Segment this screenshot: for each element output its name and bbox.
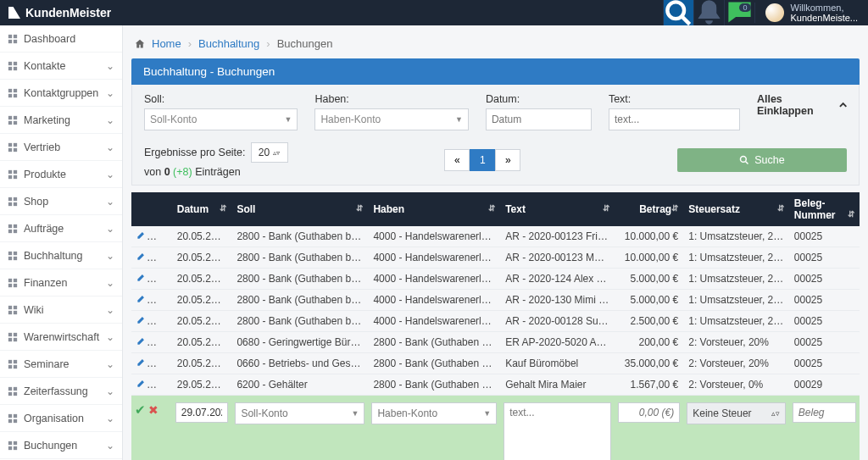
th-tax[interactable]: Steuersatz⇵ xyxy=(683,192,789,226)
sidebar-item-dashboard[interactable]: Dashboard xyxy=(0,25,122,53)
sidebar-item-label: Shop xyxy=(24,196,48,208)
table-row: 20.05.20202800 - Bank (Guthaben bei Kr..… xyxy=(131,311,860,332)
entry-soll-select[interactable]: Soll-Konto▼ xyxy=(235,402,364,424)
sidebar-item-seminare[interactable]: Seminare⌄ xyxy=(0,351,122,378)
entry-text-input[interactable] xyxy=(504,402,611,460)
th-soll[interactable]: Soll⇵ xyxy=(231,192,368,226)
sidebar-item-label: Kontaktgruppen xyxy=(24,87,98,99)
top-search-button[interactable] xyxy=(663,0,693,25)
cancel-entry-icon[interactable]: ✖ xyxy=(148,403,159,417)
sidebar-item-label: Wiki xyxy=(24,304,44,316)
cell-soll: 6200 - Gehälter xyxy=(231,374,368,396)
sidebar-item-wiki[interactable]: Wiki⌄ xyxy=(0,297,122,324)
pager-prev[interactable]: « xyxy=(444,149,470,171)
top-notifications-button[interactable] xyxy=(693,0,724,25)
entry-tax-select[interactable]: Keine Steuer▵▿ xyxy=(687,402,786,424)
svg-rect-5 xyxy=(14,39,17,42)
edit-row-icon[interactable] xyxy=(136,357,147,369)
breadcrumb-mid[interactable]: Buchhaltung xyxy=(198,37,259,50)
sidebar-item-kontakte[interactable]: Kontakte⌄ xyxy=(0,53,122,80)
sidebar-item-buchhaltung[interactable]: Buchhaltung⌄ xyxy=(0,242,122,269)
sidebar-item-vertrieb[interactable]: Vertrieb⌄ xyxy=(0,134,122,161)
sidebar-item-warenwirtschaft[interactable]: Warenwirtschaft⌄ xyxy=(0,324,122,351)
sidebar-item-aufträge[interactable]: Aufträge⌄ xyxy=(0,215,122,242)
delete-row-icon[interactable] xyxy=(157,357,167,369)
svg-rect-56 xyxy=(8,391,12,395)
edit-row-icon[interactable] xyxy=(136,379,147,391)
filter-haben-select[interactable]: Haben-Konto▼ xyxy=(314,108,468,130)
edit-row-icon[interactable] xyxy=(136,252,147,263)
entry-amount-input[interactable] xyxy=(618,402,680,423)
entry-date-input[interactable] xyxy=(175,402,229,423)
delete-row-icon[interactable] xyxy=(157,379,167,391)
cell-betrag: 5.000,00 € xyxy=(615,290,683,311)
cell-beleg: 00025 xyxy=(789,290,860,311)
cell-tax: 1: Umsatzsteuer, 20% xyxy=(683,269,789,290)
filter-soll-select[interactable]: Soll-Konto▼ xyxy=(144,108,298,130)
svg-rect-40 xyxy=(8,283,12,286)
pager-page-1[interactable]: 1 xyxy=(470,149,495,171)
sidebar-item-zeiterfassung[interactable]: Zeiterfassung⌄ xyxy=(0,378,122,405)
entry-haben-select[interactable]: Haben-Konto▼ xyxy=(371,402,497,424)
collapse-all-toggle[interactable]: Alles Einklappen xyxy=(757,93,847,117)
main: Home › Buchhaltung › Buchungen Buchhaltu… xyxy=(123,25,868,460)
sidebar-item-finanzen[interactable]: Finanzen⌄ xyxy=(0,269,122,297)
table-row: 20.05.20202800 - Bank (Guthaben bei Kr..… xyxy=(131,247,860,269)
delete-row-icon[interactable] xyxy=(157,252,167,263)
filter-datum-input[interactable] xyxy=(486,108,592,130)
confirm-entry-icon[interactable]: ✔ xyxy=(135,402,146,417)
cell-soll: 2800 - Bank (Guthaben bei Kr... xyxy=(231,269,368,290)
svg-rect-19 xyxy=(14,142,17,146)
home-icon xyxy=(135,39,145,49)
th-datum[interactable]: Datum⇵ xyxy=(172,192,232,226)
page-size-select[interactable]: 20▵▿ xyxy=(251,142,288,163)
breadcrumb-home[interactable]: Home xyxy=(152,37,181,50)
chevron-down-icon: ⌄ xyxy=(106,141,114,153)
svg-rect-46 xyxy=(8,332,12,335)
brand[interactable]: KundenMeister xyxy=(0,6,111,19)
pager: « 1 » xyxy=(444,149,520,171)
sidebar-item-buchungen[interactable]: Buchungen⌄ xyxy=(0,432,122,459)
th-beleg[interactable]: Beleg-Nummer⇵ xyxy=(789,192,860,226)
delete-row-icon[interactable] xyxy=(157,294,167,306)
svg-rect-64 xyxy=(8,446,12,449)
edit-row-icon[interactable] xyxy=(136,294,147,306)
bell-icon xyxy=(694,0,724,28)
delete-row-icon[interactable] xyxy=(157,315,167,327)
svg-rect-50 xyxy=(8,359,12,363)
delete-row-icon[interactable] xyxy=(157,273,167,285)
edit-row-icon[interactable] xyxy=(136,273,147,285)
sidebar-item-marketing[interactable]: Marketing⌄ xyxy=(0,107,122,134)
entry-beleg-input[interactable] xyxy=(793,402,856,423)
svg-rect-3 xyxy=(14,34,17,37)
filter-text-input[interactable] xyxy=(609,108,740,130)
top-chat-button[interactable]: 0 xyxy=(724,0,754,25)
th-haben[interactable]: Haben⇵ xyxy=(368,192,500,226)
th-betrag[interactable]: Betrag⇵ xyxy=(615,192,683,226)
cell-haben: 4000 - Handelswarenerlöse 2... xyxy=(368,247,500,269)
panel-title: Buchhaltung - Buchungen xyxy=(131,58,860,85)
svg-rect-43 xyxy=(14,305,17,308)
edit-row-icon[interactable] xyxy=(136,315,147,327)
welcome-label: Willkommen, xyxy=(791,3,859,13)
sidebar-item-shop[interactable]: Shop⌄ xyxy=(0,188,122,215)
delete-row-icon[interactable] xyxy=(157,336,167,348)
chevron-down-icon: ⌄ xyxy=(106,304,114,316)
svg-rect-9 xyxy=(14,66,17,69)
edit-row-icon[interactable] xyxy=(136,336,147,348)
sidebar-item-organisation[interactable]: Organisation⌄ xyxy=(0,405,122,432)
cell-soll: 2800 - Bank (Guthaben bei Kr... xyxy=(231,226,368,247)
cell-haben: 4000 - Handelswarenerlöse 2... xyxy=(368,290,500,311)
th-text[interactable]: Text⇵ xyxy=(500,192,615,226)
edit-row-icon[interactable] xyxy=(136,230,147,242)
sidebar-item-kontaktgruppen[interactable]: Kontaktgruppen⌄ xyxy=(0,80,122,107)
sidebar-item-produkte[interactable]: Produkte⌄ xyxy=(0,161,122,188)
search-button[interactable]: Suche xyxy=(677,148,847,172)
sidebar-item-label: Dashboard xyxy=(24,33,75,45)
chevron-down-icon: ⌄ xyxy=(106,114,114,126)
delete-row-icon[interactable] xyxy=(157,230,167,242)
pager-next[interactable]: » xyxy=(495,149,520,171)
user-menu[interactable]: Willkommen, KundenMeiste... xyxy=(754,3,869,23)
cell-tax: 1: Umsatzsteuer, 20% xyxy=(683,226,789,247)
svg-rect-2 xyxy=(8,34,12,37)
